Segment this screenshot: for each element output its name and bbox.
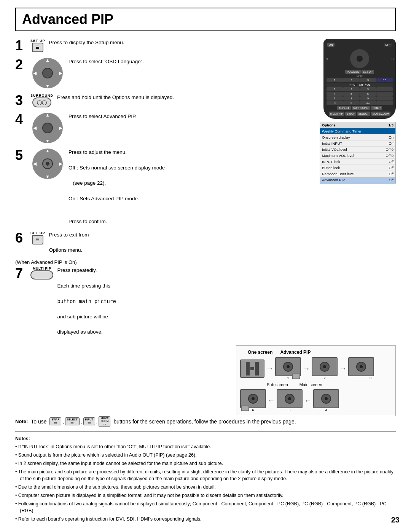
note-buttons: SWAP ▭ , SELECT ▭ , INPUT ▭ , MO [49,416,110,427]
setup-button-icon-1: SET UP ☰ [30,39,45,52]
diagram-screen-3: 3 ↓ [348,357,374,380]
remote-control-image: ON OFF N R POS/SIZE SET UP INPUT 1 [323,39,396,119]
notes-list: Notes: • If “INPUT lock” in Options menu… [15,435,396,523]
diagram-sublabel-row: Sub screen Main screen [240,382,392,387]
step-7-text: Press repeatedly. Each time pressing thi… [57,267,116,336]
options-row-inputlock: INPUT lock Off [320,159,395,165]
steps-column: 1 SET UP ☰ Press to display the Setup me… [15,39,316,342]
step-2-number: 2 [15,58,27,72]
step-1-text: Press to display the Setup menu. [49,39,124,46]
step-3-content: SURROUND ◯◯ Press and hold until the Opt… [30,94,174,107]
multipip-button-icon: MULTI PIP [30,267,53,280]
remote-dpad [350,49,369,68]
notes-bold-label: Notes: [15,436,30,441]
options-page: 1/3 [389,123,393,127]
step-3-text: Press and hold until the Options menu is… [57,94,174,101]
note-label: Note: [15,419,28,424]
advanced-pip-diagram: One screen Advanced PIP → [236,345,396,416]
step-4-content: ▲ ▼ ◀ ▶ Press to select Advanced PIP. [30,113,137,143]
options-row-weekly: Weekly Command Timer [320,128,395,134]
page-title: Advanced PIP [22,11,113,27]
options-menu-panel: Options 1/3 Weekly Command Timer Onscree… [320,122,396,184]
step-5: 5 ▲ ▼ ◀ ▶ Press t [15,149,316,226]
step-5-number: 5 [15,149,27,162]
dpad-1: ▲ ▼ ◀ ▶ [30,58,65,88]
diagram-top-row: → 1 → [240,357,392,380]
step-1-content: SET UP ☰ Press to display the Setup menu… [30,39,124,52]
step-7: 7 MULTI PIP Press repeatedly. Each time … [15,267,316,336]
note-item-8: • Refer to each board’s operating instru… [15,516,396,523]
page-number: 23 [391,516,400,524]
bottom-section: One screen Advanced PIP → [15,345,396,523]
step-5-content: ▲ ▼ ◀ ▶ Press to adjust the menu. Off : … [30,149,165,226]
dpad-center-3 [42,158,53,169]
arrow-back-2: ← [304,396,312,405]
screen-number-4: 4 [313,408,339,412]
note-item-3: • In 2 screen display, the same input mo… [15,460,396,467]
step-6-text: Press to exit from Options menu. [49,231,89,254]
sub-screen-small-1 [292,374,300,379]
note-item-5: • Due to the small dimensions of the sub… [15,484,396,491]
step-5-text: Press to adjust the menu. Off : Sets nor… [68,149,165,226]
select-button: SELECT ▭ [65,417,80,425]
note-text: To use [31,419,46,425]
step-4-number: 4 [15,113,27,126]
dpad-2: ▲ ▼ ◀ ▶ [30,113,65,143]
step-2-text: Press to select “OSD Language”. [68,58,144,66]
diagram-screen-1: 1 [275,357,301,380]
diagram-screen-5: 5 [277,389,303,412]
main-screen-label: Main screen [299,382,322,387]
arrow-3: → [339,364,347,373]
arrow-back-1: ← [268,396,275,405]
dpad-center-1 [42,68,53,78]
note-text2: buttons for the screen operations, follo… [113,419,296,425]
note-item-2: • Sound output is from the picture which… [15,452,396,459]
options-label-onscreen: Onscreen display [322,135,382,139]
screen-number-2: 2 [312,376,338,380]
options-header: Options 1/3 [320,122,395,128]
step-7-content: MULTI PIP Press repeatedly. Each time pr… [30,267,116,336]
options-row-input: Initial INPUT Off [320,141,395,147]
step-1-number: 1 [15,39,27,53]
step-3-number: 3 [15,94,27,107]
step-6-number: 6 [15,231,27,245]
step-4: 4 ▲ ▼ ◀ ▶ Press to select Advanced PIP. [15,113,316,143]
dpad-circle-1: ▲ ▼ ◀ ▶ [32,58,63,88]
arrow-1: → [266,364,274,373]
arrow-2: → [303,364,310,373]
options-row-maxvol: Maximum VOL level Off 0 [320,153,395,159]
sub-screen-small-6 [241,406,249,411]
dpad-circle-3: ▲ ▼ ◀ ▶ [32,149,63,179]
diagram-screen-2: 2 [312,357,338,380]
options-title: Options [322,123,336,127]
diagram-label-one-screen: One screen [248,350,272,355]
dpad-circle-2: ▲ ▼ ◀ ▶ [32,113,63,143]
surround-button-icon: SURROUND ◯◯ [30,94,53,107]
divider [15,431,396,431]
options-row-advpip: Advanced PIP Off [320,177,395,183]
note-item-1: • If “INPUT lock” in Options menu is set… [15,443,396,451]
dpad-3: ▲ ▼ ◀ ▶ [30,149,65,179]
h-shape [240,359,264,378]
step-7-number: 7 [15,267,27,280]
input-button: INPUT ▭ [83,417,95,425]
dpad-center-2 [42,123,53,133]
step-2: 2 ▲ ▼ ◀ ▶ Press to select “OSD Language”… [15,58,316,88]
setup-button-icon-6: SET UP ☰ [30,231,45,244]
diagram-screen-4: 4 [313,389,339,412]
step-3: 3 SURROUND ◯◯ Press and hold until the O… [15,94,316,107]
step-6-content: SET UP ☰ Press to exit from Options menu… [30,231,89,254]
diagram-label-advanced-pip: Advanced PIP [280,350,311,355]
note-item-7: • Following combinations of two analog s… [15,500,396,515]
title-box: Advanced PIP [15,8,396,31]
step-6: 6 SET UP ☰ Press to exit from Options me… [15,231,316,254]
screen-number-5: 5 [277,408,303,412]
note-item-6: • Computer screen picture is displayed i… [15,492,396,499]
note-item-4: • The main picture and sub picture are p… [15,468,396,483]
when-on-text: (When Advanced PIP is On) [15,259,316,265]
diagram-title-row: One screen Advanced PIP [240,350,392,355]
right-column: ON OFF N R POS/SIZE SET UP INPUT 1 [320,39,396,342]
options-row-vol: Initial VOL level Off 0 [320,147,395,153]
diagram-screen-6: 6 [240,389,266,412]
move-zoom-button: MOVE ZOOM ▭ [99,416,110,427]
